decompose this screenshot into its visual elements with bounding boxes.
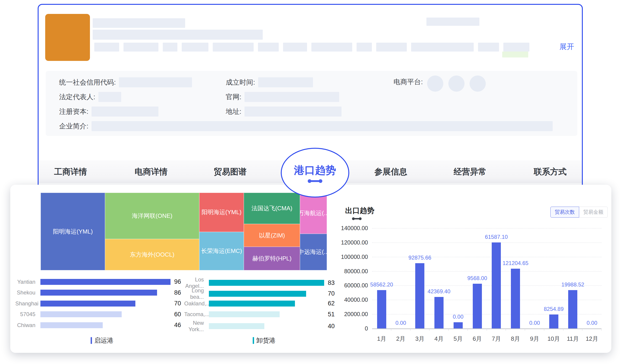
value-placeholder bbox=[258, 77, 313, 87]
port-bar[interactable] bbox=[209, 311, 280, 317]
trend-bar[interactable] bbox=[549, 315, 558, 328]
company-name-placeholder bbox=[93, 18, 185, 28]
trend-bar[interactable] bbox=[492, 242, 501, 328]
company-logo bbox=[45, 14, 90, 61]
company-subtitle-placeholder bbox=[93, 30, 263, 40]
bar-category-label: Yantian bbox=[15, 279, 40, 285]
expand-link[interactable]: 展开 bbox=[559, 42, 574, 52]
bar-value-label: 121204.65 bbox=[502, 260, 528, 266]
toggle-trade-count[interactable]: 贸易次数 bbox=[550, 207, 579, 218]
value-placeholder bbox=[245, 92, 339, 102]
treemap-cell-label: 长荣海运(EMC) bbox=[201, 247, 242, 255]
field-label: 地址: bbox=[226, 107, 241, 116]
month-label: 8月 bbox=[506, 335, 525, 343]
treemap-cell-label: 万海航运(... bbox=[300, 209, 327, 217]
active-tab-label: 港口趋势 bbox=[294, 163, 336, 177]
port-bar[interactable] bbox=[209, 323, 264, 329]
tag-placeholder bbox=[376, 43, 407, 52]
month-label: 10月 bbox=[544, 335, 563, 343]
port-bar[interactable] bbox=[40, 279, 170, 285]
treemap-cell[interactable]: 法国达飞(CMA) bbox=[244, 193, 300, 224]
departure-port-legend: 启运港 bbox=[15, 336, 189, 345]
bars-area: 58562.20 0.00 92875.66 42369.40 0.00 956… bbox=[372, 228, 602, 328]
bar-value-label: 61587.10 bbox=[485, 234, 508, 240]
bar-category-label: Chiwan bbox=[15, 322, 40, 328]
treemap-cell[interactable]: 阳明海运(YML) bbox=[41, 193, 105, 270]
month-label: 2月 bbox=[391, 335, 410, 343]
field-website: 官网: bbox=[226, 92, 339, 102]
treemap-cell[interactable]: 万海航运(... bbox=[300, 193, 327, 234]
month-label: 1月 bbox=[372, 335, 391, 343]
export-trend-title: 出口趋势 bbox=[345, 206, 374, 216]
legend-label: 启运港 bbox=[94, 336, 113, 345]
field-platform: 电商平台: bbox=[394, 77, 423, 87]
treemap-cell[interactable]: 中远海运(... bbox=[300, 234, 327, 270]
bar-row: Tacoma,... 51 bbox=[184, 309, 344, 320]
bar-value-label: 9568.00 bbox=[467, 275, 487, 281]
treemap-cell-label: 中远海运(... bbox=[300, 248, 327, 256]
month-label: 3月 bbox=[410, 335, 430, 343]
tag-placeholder bbox=[478, 43, 499, 52]
trend-bar[interactable] bbox=[434, 297, 444, 328]
tag-placeholder bbox=[356, 43, 372, 52]
treemap-cell[interactable]: 海洋网联(ONE) bbox=[105, 193, 199, 239]
legend-marker bbox=[91, 337, 92, 344]
toggle-trade-amount[interactable]: 贸易金额 bbox=[579, 207, 608, 218]
trend-bar[interactable] bbox=[415, 263, 424, 328]
port-trends-panel: 阳明海运(YML) 海洋网联(ONE) 东方海外(OOCL) 阳明海运(YML)… bbox=[10, 185, 611, 353]
trade-metric-toggle: 贸易次数 贸易金额 bbox=[550, 207, 608, 218]
tab-business-details[interactable]: 工商详情 bbox=[54, 160, 87, 183]
trend-bar[interactable] bbox=[473, 284, 482, 328]
tab-trade-graph[interactable]: 贸易图谱 bbox=[214, 160, 247, 183]
bar-value: 83 bbox=[328, 279, 344, 286]
port-bar[interactable] bbox=[209, 291, 306, 297]
bar-value-label: 0.00 bbox=[587, 320, 597, 326]
treemap-cell-label: 东方海外(OOCL) bbox=[130, 251, 174, 259]
bar-category-label: Oakland,... bbox=[184, 300, 209, 307]
port-bar[interactable] bbox=[40, 311, 122, 317]
y-axis-tick: 140000.00 bbox=[341, 225, 368, 232]
discharge-port-legend: 卸货港 bbox=[184, 336, 344, 345]
tab-port-trends-active-bubble[interactable]: 港口趋势 bbox=[281, 148, 349, 198]
trend-bar[interactable] bbox=[454, 322, 463, 328]
treemap-cell[interactable]: 以星(ZIM) bbox=[244, 224, 300, 247]
port-bar[interactable] bbox=[40, 290, 157, 296]
port-bar[interactable] bbox=[209, 280, 324, 286]
port-bar[interactable] bbox=[209, 301, 295, 306]
x-axis-labels: 1月 2月 3月 4月 5月 6月 7月 8月 9月 10月 11月 12月 bbox=[372, 335, 602, 343]
field-legal-rep: 法定代表人: bbox=[59, 92, 121, 102]
treemap-cell[interactable]: 赫伯罗特(HPL) bbox=[244, 247, 300, 270]
tab-operation-anomaly[interactable]: 经营异常 bbox=[454, 160, 486, 183]
tab-contact-info[interactable]: 联系方式 bbox=[534, 160, 567, 183]
port-bar[interactable] bbox=[40, 322, 103, 328]
treemap-cell[interactable]: 东方海外(OOCL) bbox=[105, 239, 199, 270]
departure-port-chart: Yantian 96 Shekou 86 Shanghai 70 57045 6… bbox=[15, 277, 189, 345]
bar-row: New York... 40 bbox=[184, 320, 344, 331]
trend-bar[interactable] bbox=[377, 290, 386, 328]
field-label: 统一社会信用代码: bbox=[59, 78, 116, 87]
port-bar[interactable] bbox=[40, 301, 135, 306]
treemap-cell[interactable]: 阳明海运(YML) bbox=[199, 193, 244, 232]
tag-placeholder bbox=[94, 43, 119, 52]
tab-ecommerce-details[interactable]: 电商详情 bbox=[135, 160, 168, 183]
treemap-cell[interactable]: 长荣海运(EMC) bbox=[199, 232, 244, 270]
trend-bar[interactable] bbox=[568, 290, 577, 328]
field-label: 官网: bbox=[226, 92, 241, 102]
field-label: 电商平台: bbox=[394, 77, 423, 87]
trend-bar[interactable] bbox=[511, 269, 520, 328]
tag-placeholder bbox=[213, 43, 254, 52]
treemap-cell-label: 以星(ZIM) bbox=[259, 232, 285, 239]
field-address: 地址: bbox=[226, 106, 341, 116]
tag-placeholder bbox=[124, 43, 158, 52]
month-label: 12月 bbox=[582, 335, 602, 343]
bar-value: 70 bbox=[328, 290, 344, 297]
y-axis-tick: 80000.00 bbox=[344, 268, 368, 274]
tab-exhibition-info[interactable]: 参展信息 bbox=[374, 160, 407, 183]
treemap-cell-label: 阳明海运(YML) bbox=[202, 208, 242, 216]
field-reg-capital: 注册资本: bbox=[59, 106, 158, 116]
value-placeholder bbox=[119, 77, 192, 87]
bar-value-label: 0.00 bbox=[453, 314, 464, 320]
field-profile: 企业简介: bbox=[59, 121, 553, 131]
treemap-cell-label: 海洋网联(ONE) bbox=[132, 212, 172, 220]
value-placeholder bbox=[92, 121, 553, 131]
